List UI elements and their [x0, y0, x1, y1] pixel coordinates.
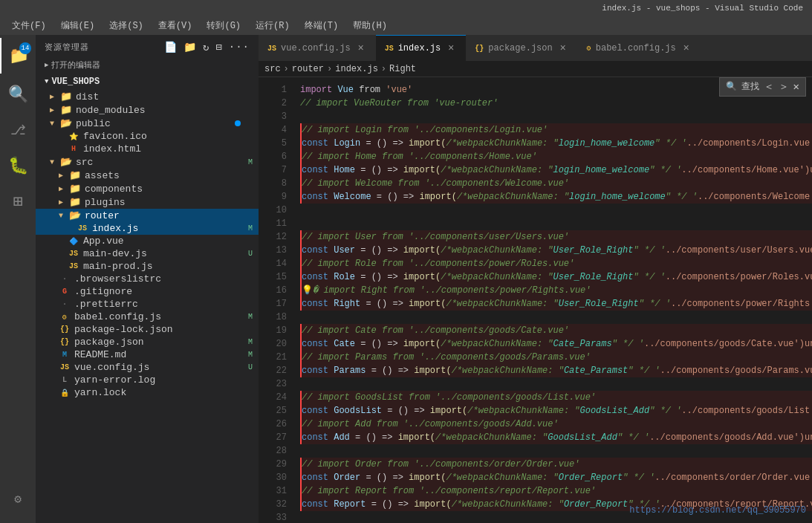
search-panel: 🔍 查找 ＜ ＞ ✕: [719, 77, 806, 97]
breadcrumb-part[interactable]: router: [292, 64, 324, 74]
code-area[interactable]: import Vue from 'vue'// import VueRouter…: [294, 77, 812, 523]
source-control-badge: 14: [19, 42, 31, 54]
tab-close-button[interactable]: ×: [681, 42, 692, 54]
code-line: // import Add from '../components/goods/…: [300, 418, 812, 431]
tab-babel-config.js[interactable]: ⚙babel.config.js×: [578, 35, 701, 61]
tree-file[interactable]: JSmain-dev.jsU: [36, 247, 259, 260]
code-line: const Role = () => import(/*webpackChunk…: [300, 270, 812, 284]
tree-file[interactable]: ·.browserslistrc: [36, 273, 259, 285]
tree-file[interactable]: 🔒yarn.lock: [36, 386, 259, 399]
new-file-icon[interactable]: 📄: [164, 41, 178, 53]
tab-index-js[interactable]: JSindex.js×: [376, 35, 467, 61]
folder-arrow-icon: ▶: [46, 92, 58, 101]
menu-item[interactable]: 帮助(H): [347, 18, 393, 33]
activity-extensions[interactable]: ⊞: [0, 183, 36, 219]
titlebar: index.js - vue_shops - Visual Studio Cod…: [0, 0, 812, 16]
line-number: 13: [259, 244, 294, 257]
tree-item-label: .prettierrc: [74, 299, 259, 310]
breadcrumb-separator: ›: [381, 64, 386, 74]
menu-item[interactable]: 终端(T): [299, 18, 345, 33]
tree-file[interactable]: JSindex.jsM: [36, 222, 259, 235]
menu-item[interactable]: 转到(G): [201, 18, 247, 33]
breadcrumb-part[interactable]: Right: [389, 64, 416, 74]
line-number: 17: [259, 297, 294, 311]
tree-folder[interactable]: ▼📂public: [36, 117, 259, 130]
tab-label: index.js: [398, 43, 441, 53]
tree-file[interactable]: {}package.jsonM: [36, 336, 259, 348]
line-numbers: 1234567891011121314151617181920212223242…: [259, 77, 294, 523]
line-number: 8: [259, 177, 294, 190]
activity-search[interactable]: 🔍: [0, 77, 36, 112]
folder-arrow-icon: ▶: [55, 198, 67, 207]
collapse-icon[interactable]: ⊟: [215, 41, 222, 53]
file-icon: L: [58, 376, 71, 384]
breadcrumb-part[interactable]: index.js: [335, 64, 378, 74]
line-number: 22: [259, 364, 294, 377]
tree-file[interactable]: ·.prettierrc: [36, 298, 259, 311]
tree-file[interactable]: Lyarn-error.log: [36, 374, 259, 386]
refresh-icon[interactable]: ↻: [203, 41, 210, 53]
tree-folder[interactable]: ▼📂srcM: [36, 155, 259, 169]
activity-remote[interactable]: ⚙: [0, 481, 36, 517]
editor-area: JSvue.config.js×JSindex.js×{}package.jso…: [259, 35, 812, 523]
file-icon: {}: [58, 325, 71, 334]
tab-close-button[interactable]: ×: [445, 42, 457, 54]
tabs: JSvue.config.js×JSindex.js×{}package.jso…: [259, 35, 812, 61]
tab-close-button[interactable]: ×: [557, 42, 569, 54]
menu-item[interactable]: 运行(R): [250, 18, 296, 33]
line-number: 12: [259, 230, 294, 244]
file-icon: H: [67, 145, 80, 153]
tab-label: package.json: [488, 43, 552, 53]
tree-item-label: dist: [76, 91, 259, 103]
code-line: // import Login from '../components/Logi…: [300, 123, 812, 137]
tree-file[interactable]: Hindex.html: [36, 143, 259, 155]
tree-file[interactable]: JSvue.config.jsU: [36, 361, 259, 374]
tree-file[interactable]: {}package-lock.json: [36, 323, 259, 336]
menu-item[interactable]: 文件(F): [6, 18, 52, 33]
tree-folder[interactable]: ▶📁dist: [36, 90, 259, 103]
breadcrumb-part[interactable]: src: [264, 64, 281, 74]
file-icon: ·: [58, 275, 71, 283]
line-number: 23: [259, 377, 294, 391]
project-section[interactable]: ▼ VUE_SHOPS: [36, 74, 259, 90]
file-icon: JS: [76, 224, 89, 233]
more-icon[interactable]: ···: [229, 41, 250, 53]
tree-item-label: index.html: [83, 143, 259, 155]
project-name: VUE_SHOPS: [51, 77, 100, 87]
menu-item[interactable]: 查看(V): [152, 18, 198, 33]
file-icon: 🔷: [67, 237, 80, 246]
search-prev[interactable]: ＜: [764, 80, 774, 94]
line-number: 25: [259, 404, 294, 418]
tree-folder[interactable]: ▶📁node_modules: [36, 103, 259, 117]
menu-item[interactable]: 选择(S): [103, 18, 149, 33]
file-icon: JS: [58, 363, 71, 371]
line-number: 18: [259, 311, 294, 324]
tab-close-button[interactable]: ×: [355, 42, 367, 54]
folder-icon: 📂: [59, 117, 73, 129]
new-folder-icon[interactable]: 📁: [183, 41, 197, 53]
activity-debug[interactable]: 🐛: [0, 148, 36, 183]
line-number: 29: [259, 458, 294, 471]
tree-file[interactable]: ⭐favicon.ico: [36, 130, 259, 143]
menu-item[interactable]: 编辑(E): [55, 18, 101, 33]
open-editors-section[interactable]: ▶ 打开的编辑器: [36, 56, 259, 74]
tree-file[interactable]: JSmain-prod.js: [36, 260, 259, 273]
activity-scm[interactable]: ⎇: [0, 112, 36, 148]
tree-file[interactable]: ⚙babel.config.jsM: [36, 311, 259, 323]
code-line: // import Role from '../components/power…: [300, 257, 812, 270]
tree-file[interactable]: G.gitignore: [36, 285, 259, 298]
tree-folder[interactable]: ▶📁plugins: [36, 195, 259, 209]
tree-file[interactable]: 🔷App.vue: [36, 235, 259, 247]
tab-package-json[interactable]: {}package.json×: [466, 35, 577, 61]
tree-folder[interactable]: ▼📂router: [36, 209, 259, 222]
tab-vue-config.js[interactable]: JSvue.config.js×: [259, 35, 376, 61]
tree-folder[interactable]: ▶📁assets: [36, 169, 259, 182]
folder-arrow-icon: ▶: [55, 171, 67, 180]
tree-folder[interactable]: ▶📁components: [36, 182, 259, 195]
tree-item-label: main-prod.js: [83, 261, 259, 272]
search-close[interactable]: ✕: [793, 80, 799, 94]
activity-explorer[interactable]: 📁 14: [0, 38, 36, 74]
search-label: 查找: [741, 80, 759, 94]
tree-file[interactable]: MREADME.mdM: [36, 348, 259, 361]
search-next[interactable]: ＞: [779, 80, 789, 94]
